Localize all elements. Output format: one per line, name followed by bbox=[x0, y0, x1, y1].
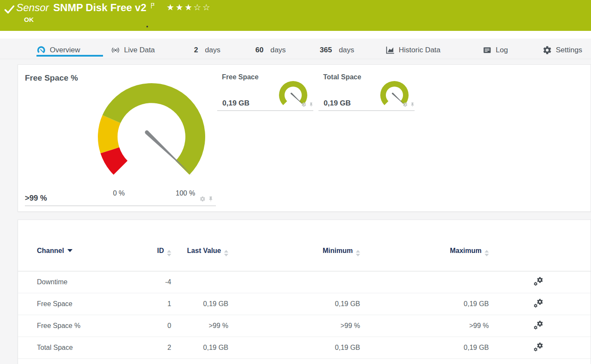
primary-gauge-value: >99 % bbox=[25, 194, 47, 203]
caret-down-icon bbox=[67, 249, 73, 252]
gauge-scale-max: 100 % bbox=[170, 190, 200, 197]
tab-number: 2 bbox=[194, 46, 198, 54]
tab-number: 60 bbox=[255, 46, 264, 54]
tab-label: days bbox=[205, 46, 220, 54]
tab-label: Overview bbox=[50, 46, 80, 54]
sort-arrows-icon bbox=[485, 250, 489, 256]
channel-settings-gears-icon[interactable] bbox=[533, 342, 544, 353]
sensor-title: SNMP Disk Free v2 bbox=[53, 1, 146, 14]
tab-label: Settings bbox=[556, 46, 582, 54]
tabbar-divider bbox=[0, 59, 591, 59]
cell-minimum: 0,19 GB bbox=[228, 300, 360, 308]
log-icon bbox=[482, 45, 492, 55]
cell-id: 2 bbox=[153, 344, 171, 352]
tab-label: days bbox=[339, 46, 354, 54]
cell-channel: Downtime bbox=[18, 278, 153, 286]
tab-label: days bbox=[270, 46, 286, 54]
gear-icon[interactable] bbox=[403, 102, 408, 107]
rating-stars-empty: ☆☆ bbox=[194, 3, 212, 12]
cell-channel: Free Space bbox=[18, 300, 153, 308]
table-header-row: Channel ID Last Value Minimum Maximum bbox=[18, 220, 591, 271]
status-check-icon bbox=[4, 4, 15, 15]
cell-id: 0 bbox=[153, 322, 171, 330]
sort-arrows-icon bbox=[167, 250, 171, 256]
pin-icon[interactable] bbox=[410, 102, 415, 107]
table-row-downtime[interactable]: Downtime -4 bbox=[18, 271, 591, 293]
cell-maximum: >99 % bbox=[360, 322, 489, 330]
column-header-last-value[interactable]: Last Value bbox=[171, 220, 228, 256]
gauge-icon bbox=[36, 45, 46, 55]
status-badge: OK bbox=[24, 16, 34, 23]
channel-settings-gears-icon[interactable] bbox=[533, 298, 544, 310]
gauge-scale-min: 0 % bbox=[106, 190, 132, 197]
channels-table-panel: Channel ID Last Value Minimum Maximum Do… bbox=[18, 220, 591, 364]
cell-maximum: 0,19 GB bbox=[360, 300, 489, 308]
column-header-maximum[interactable]: Maximum bbox=[360, 220, 489, 256]
flag-icon[interactable] bbox=[150, 1, 157, 10]
tab-live-data[interactable]: Live Data bbox=[111, 45, 155, 56]
mini-gauge-value: 0,19 GB bbox=[324, 99, 351, 108]
cell-id: -4 bbox=[153, 278, 171, 286]
tab-overview[interactable]: Overview bbox=[36, 45, 80, 56]
pin-icon[interactable] bbox=[309, 102, 314, 107]
channel-settings-gears-icon[interactable] bbox=[533, 277, 544, 288]
rating-stars-filled: ★★★ bbox=[167, 3, 194, 12]
table-row-free-space-pct[interactable]: Free Space % 0 >99 % >99 % >99 % bbox=[18, 315, 591, 337]
cell-channel: Free Space % bbox=[18, 322, 153, 330]
cell-last-value: >99 % bbox=[171, 322, 228, 330]
dot-indicator bbox=[146, 26, 148, 27]
tab-number: 365 bbox=[320, 46, 332, 54]
header-divider bbox=[0, 31, 591, 39]
cell-minimum: >99 % bbox=[228, 322, 360, 330]
table-row-free-space[interactable]: Free Space 1 0,19 GB 0,19 GB 0,19 GB bbox=[18, 293, 591, 315]
tile-separator bbox=[25, 205, 216, 206]
mini-gauge-title: Free Space bbox=[222, 73, 258, 81]
sort-arrows-icon bbox=[356, 250, 360, 256]
gear-icon bbox=[543, 45, 552, 55]
primary-gauge-title: Free Space % bbox=[25, 73, 78, 83]
cell-maximum: 0,19 GB bbox=[360, 344, 489, 352]
tab-settings[interactable]: Settings bbox=[543, 45, 582, 56]
tab-label: Historic Data bbox=[399, 46, 440, 54]
cell-last-value: 0,19 GB bbox=[171, 300, 228, 308]
broadcast-icon bbox=[111, 45, 120, 55]
cell-minimum: 0,19 GB bbox=[228, 344, 360, 352]
mini-tile-total-space: Total Space 0,19 GB bbox=[318, 69, 415, 111]
primary-gauge bbox=[87, 72, 216, 201]
column-header-channel[interactable]: Channel bbox=[18, 220, 153, 256]
tab-label: Log bbox=[496, 46, 508, 54]
tab-historic-data[interactable]: Historic Data bbox=[385, 45, 440, 56]
rating-stars[interactable]: ★★★☆☆ bbox=[167, 2, 212, 13]
tab-2-days[interactable]: 2days bbox=[194, 45, 220, 56]
active-tab-underline bbox=[36, 55, 103, 57]
mini-tile-free-space: Free Space 0,19 GB bbox=[217, 69, 313, 111]
sensor-header: Sensor SNMP Disk Free v2 ★★★☆☆ OK bbox=[0, 0, 591, 31]
tab-60-days[interactable]: 60days bbox=[255, 45, 286, 56]
table-row-total-space[interactable]: Total Space 2 0,19 GB 0,19 GB 0,19 GB bbox=[18, 337, 591, 359]
gear-icon[interactable] bbox=[301, 102, 306, 107]
tab-label: Live Data bbox=[124, 46, 155, 54]
tab-log[interactable]: Log bbox=[482, 45, 508, 56]
mini-gauge-title: Total Space bbox=[323, 73, 361, 81]
cell-last-value: 0,19 GB bbox=[171, 344, 228, 352]
column-header-minimum[interactable]: Minimum bbox=[228, 220, 360, 256]
cell-id: 1 bbox=[153, 300, 171, 308]
tab-365-days[interactable]: 365days bbox=[320, 45, 354, 56]
sensor-kind-label: Sensor bbox=[16, 1, 49, 14]
column-header-id[interactable]: ID bbox=[153, 220, 171, 256]
gear-icon[interactable] bbox=[200, 196, 206, 202]
area-chart-icon bbox=[385, 45, 395, 55]
pin-icon[interactable] bbox=[208, 196, 214, 202]
channel-settings-gears-icon[interactable] bbox=[533, 320, 544, 331]
sort-arrows-icon bbox=[224, 250, 228, 256]
mini-gauge-value: 0,19 GB bbox=[222, 99, 249, 108]
gauges-panel: Free Space % 0 % 100 % >99 % Free Space … bbox=[18, 64, 591, 212]
cell-channel: Total Space bbox=[18, 344, 153, 352]
